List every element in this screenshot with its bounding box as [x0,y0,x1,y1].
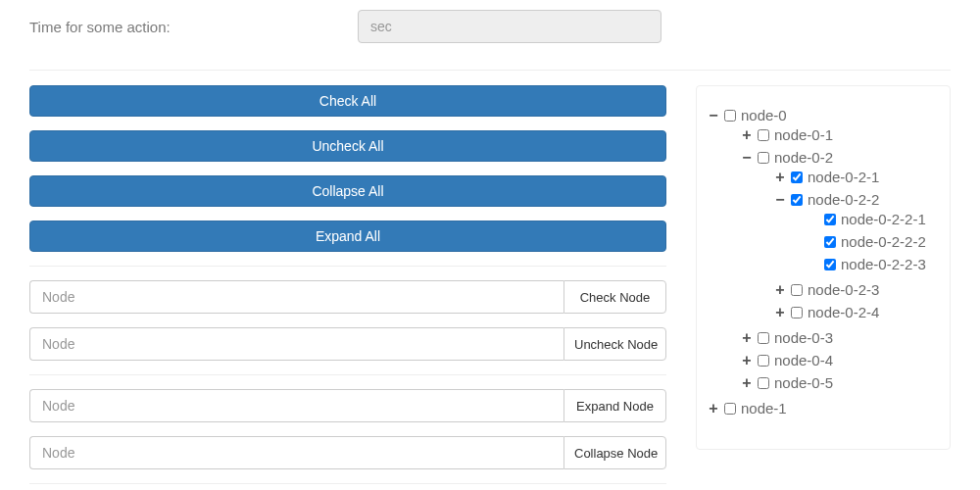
controls-column: Check All Uncheck All Collapse All Expan… [29,85,666,490]
expand-icon[interactable]: + [773,170,787,185]
node-checkbox[interactable] [791,307,803,318]
uncheck-node-group: Uncheck Node [29,327,666,361]
node-label: node-0-5 [774,374,833,391]
uncheck-all-button[interactable]: Uncheck All [29,130,666,162]
expand-icon[interactable]: + [773,282,787,298]
node-label: node-0-2 [774,149,833,166]
node-checkbox[interactable] [758,129,769,141]
time-label: Time for some action: [29,19,358,35]
node-checkbox[interactable] [824,236,836,248]
tree-node: −node-0-2-2+node-0-2-2-1+node-0-2-2-2+no… [773,188,940,278]
tree-node: +node-0-2-2-2 [807,230,940,253]
node-label: node-0-2-2-1 [841,211,926,227]
uncheck-node-input[interactable] [29,327,564,361]
node-checkbox[interactable] [791,284,803,296]
expand-icon[interactable]: + [740,127,754,143]
collapse-icon[interactable]: − [740,150,754,166]
tree-node: −node-0+node-0-1−node-0-2+node-0-2-1−nod… [707,104,940,397]
expand-all-button[interactable]: Expand All [29,220,666,252]
node-checkbox[interactable] [758,332,769,344]
expand-icon[interactable]: + [773,305,787,320]
node-label: node-0-3 [774,329,833,346]
node-checkbox[interactable] [724,403,736,415]
node-label: node-0-2-2 [808,191,879,208]
node-label: node-0-4 [774,352,833,368]
expand-node-button[interactable]: Expand Node [564,389,666,422]
node-checkbox[interactable] [758,152,769,164]
node-checkbox[interactable] [758,377,769,389]
collapse-node-button[interactable]: Collapse Node [564,436,666,469]
tree-node: +node-0-2-2-3 [807,253,940,275]
expand-node-group: Expand Node [29,389,666,422]
node-label: node-0-2-2-3 [841,256,926,272]
tree-node: +node-0-4 [740,349,940,371]
node-label: node-0-1 [774,126,833,143]
expand-icon[interactable]: + [707,401,720,416]
tree-node: +node-0-1 [740,123,940,146]
expand-icon[interactable]: + [740,353,754,368]
node-checkbox[interactable] [724,110,736,122]
expand-icon[interactable]: + [740,330,754,346]
expand-node-input[interactable] [29,389,564,422]
check-node-group: Check Node [29,280,666,314]
check-node-input[interactable] [29,280,564,314]
tree-node: +node-0-3 [740,326,940,349]
tree-node: +node-0-2-2-1 [807,208,940,230]
sec-input[interactable] [358,10,662,43]
divider [29,266,666,267]
node-checkbox[interactable] [758,355,769,367]
tree-panel: −node-0+node-0-1−node-0-2+node-0-2-1−nod… [696,85,951,450]
node-checkbox[interactable] [824,214,836,225]
tree-node: +node-0-2-3 [773,278,940,301]
tree-node: −node-0-2+node-0-2-1−node-0-2-2+node-0-2… [740,146,940,326]
collapse-node-group: Collapse Node [29,436,666,469]
node-label: node-0 [741,107,787,123]
collapse-all-button[interactable]: Collapse All [29,175,666,207]
collapse-node-input[interactable] [29,436,564,469]
tree-node: +node-1 [707,397,940,419]
tree-node: +node-0-5 [740,371,940,394]
node-label: node-0-2-2-2 [841,233,926,250]
check-node-button[interactable]: Check Node [564,280,666,314]
top-row: Time for some action: [29,10,951,55]
node-label: node-0-2-1 [808,169,879,185]
node-label: node-0-2-4 [808,304,879,320]
node-checkbox[interactable] [791,172,803,183]
expand-icon[interactable]: + [740,375,754,391]
node-checkbox[interactable] [791,194,803,206]
uncheck-node-button[interactable]: Uncheck Node [564,327,666,361]
tree-node: +node-0-2-1 [773,166,940,188]
main-columns: Check All Uncheck All Collapse All Expan… [29,85,951,490]
node-label: node-0-2-3 [808,281,879,298]
collapse-icon[interactable]: − [773,192,787,208]
collapse-icon[interactable]: − [707,108,720,123]
node-label: node-1 [741,400,787,416]
tree-node: +node-0-2-4 [773,301,940,323]
tree: −node-0+node-0-1−node-0-2+node-0-2-1−nod… [707,104,940,419]
divider [29,483,666,484]
node-checkbox[interactable] [824,259,836,270]
divider [29,70,951,71]
check-all-button[interactable]: Check All [29,85,666,117]
divider [29,374,666,375]
